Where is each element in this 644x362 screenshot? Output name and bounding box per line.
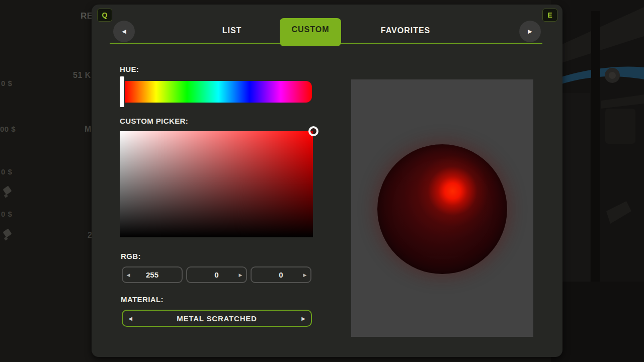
color-picker-dialog: Q E ◀ ▶ LIST CUSTOM FAVORITES HUE: CUSTO… [92, 5, 562, 357]
material-next-button[interactable]: ▶ [296, 316, 311, 321]
tab-list[interactable]: LIST [202, 25, 262, 36]
prev-tab-button[interactable]: ◀ [113, 21, 135, 42]
bg-price-label: 0 $ [1, 79, 12, 87]
custom-picker-label: CUSTOM PICKER: [120, 117, 188, 125]
green-stepper: 0 ▶ [186, 266, 247, 283]
next-tab-button[interactable]: ▶ [519, 21, 541, 42]
keyboard-hint-e: E [542, 9, 557, 22]
green-increment-button[interactable]: ▶ [235, 273, 246, 278]
blue-value[interactable]: 0 [263, 270, 299, 279]
blue-stepper: 0 ▶ [251, 266, 311, 283]
green-value[interactable]: 0 [198, 270, 235, 279]
arrow-right-icon: ▶ [528, 28, 532, 35]
bg-paint-icon [3, 228, 12, 237]
arrow-left-icon: ◀ [122, 28, 126, 35]
hue-label: HUE: [120, 65, 139, 73]
hue-slider-handle[interactable] [120, 76, 124, 107]
saturation-value-gradient[interactable] [120, 131, 313, 237]
bg-price-label: 0 $ [1, 167, 12, 176]
bg-garage-scene [551, 0, 644, 362]
tab-favorites[interactable]: FAVORITES [370, 25, 441, 36]
bg-text-fragment: M [85, 125, 92, 134]
material-prev-button[interactable]: ◀ [123, 316, 138, 321]
material-label: MATERIAL: [121, 295, 164, 304]
material-preview-sphere [377, 144, 507, 274]
red-decrement-button[interactable]: ◀ [123, 273, 134, 278]
blue-increment-button[interactable]: ▶ [299, 273, 310, 278]
tab-custom[interactable]: CUSTOM [280, 18, 341, 46]
rgb-label: RGB: [121, 252, 141, 260]
material-selector[interactable]: ◀ METAL SCRATCHED ▶ [122, 310, 312, 327]
keyboard-hint-q: Q [97, 9, 112, 22]
bg-price-label: 0 $ [1, 210, 12, 218]
bg-paint-icon [3, 186, 12, 195]
red-value[interactable]: 255 [134, 270, 171, 279]
material-value: METAL SCRATCHED [138, 314, 296, 323]
paint-customization-screen: RE 51 K 0 $ 00 $ M 0 $ 0 $ 2 Q E ◀ ▶ [0, 0, 644, 362]
color-preview-panel [351, 79, 533, 337]
color-picker-handle[interactable] [308, 126, 318, 136]
red-stepper: ◀ 255 [122, 266, 183, 283]
bg-price-label: 00 $ [0, 125, 16, 133]
hue-slider[interactable] [125, 81, 312, 103]
bg-price-label: 51 K [73, 71, 91, 80]
bg-text-fragment: RE [80, 11, 93, 21]
